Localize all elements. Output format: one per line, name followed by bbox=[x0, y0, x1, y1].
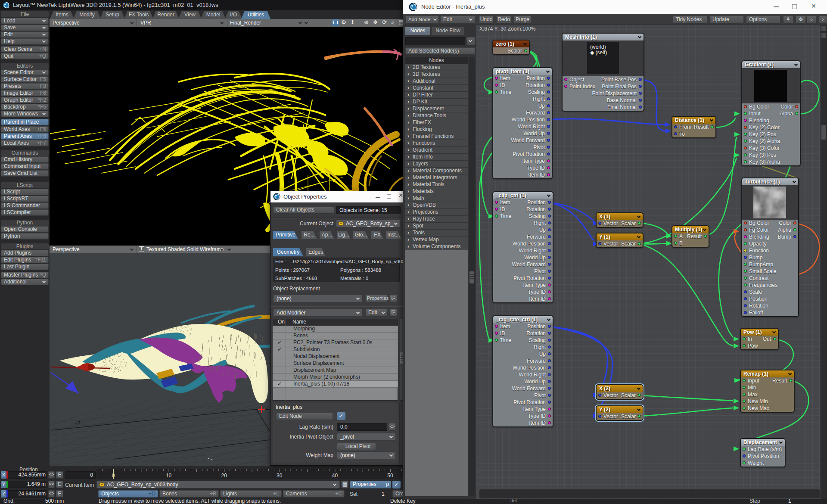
svg-text:10: 10 bbox=[166, 473, 172, 479]
svg-text:+Z: +Z bbox=[75, 420, 81, 426]
svg-text:40: 40 bbox=[332, 473, 338, 479]
svg-text:30: 30 bbox=[277, 473, 283, 479]
svg-text:20: 20 bbox=[221, 473, 227, 479]
svg-text:50: 50 bbox=[387, 473, 393, 479]
